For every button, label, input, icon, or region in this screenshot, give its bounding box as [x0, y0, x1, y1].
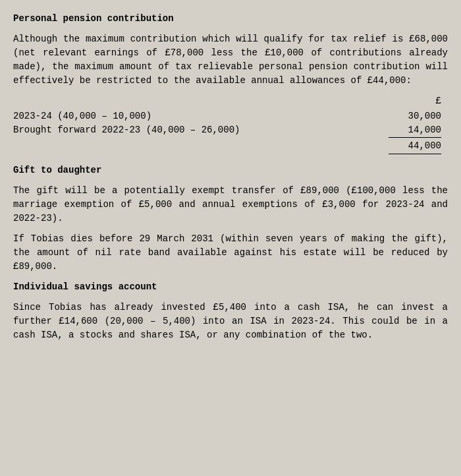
page-content: Personal pension contribution Although t… [0, 0, 461, 361]
pension-section: Personal pension contribution Although t… [13, 12, 448, 154]
single-underline [389, 137, 441, 138]
row-value-2: 14,000 [395, 123, 448, 137]
table-row: Brought forward 2022-23 (40,000 – 26,000… [13, 123, 448, 137]
pension-para1: Although the maximum contribution which … [13, 32, 448, 88]
gift-title: Gift to daughter [13, 164, 448, 177]
pension-title: Personal pension contribution [13, 12, 448, 26]
isa-title: Individual savings account [13, 280, 448, 294]
isa-section: Individual savings account Since Tobias … [13, 280, 448, 342]
total-row: 44,000 [13, 139, 448, 153]
total-value: 44,000 [395, 139, 448, 153]
gift-para1: The gift will be a potentially exempt tr… [13, 184, 448, 225]
row-label-1: 2023-24 (40,000 – 10,000) [13, 109, 395, 123]
gift-section: Gift to daughter The gift will be a pote… [13, 164, 448, 274]
currency-header: £ [389, 94, 441, 108]
pension-table: £ 2023-24 (40,000 – 10,000) 30,000 Broug… [13, 94, 448, 154]
row-label-2: Brought forward 2022-23 (40,000 – 26,000… [13, 123, 395, 137]
gift-para2: If Tobias dies before 29 March 2031 (wit… [13, 232, 448, 274]
table-header: £ [13, 94, 448, 108]
double-underline-container [13, 153, 448, 154]
table-row: 2023-24 (40,000 – 10,000) 30,000 [13, 109, 448, 123]
row-value-1: 30,000 [395, 109, 448, 123]
isa-para1: Since Tobias has already invested £5,400… [13, 301, 448, 342]
double-underline [389, 154, 441, 154]
